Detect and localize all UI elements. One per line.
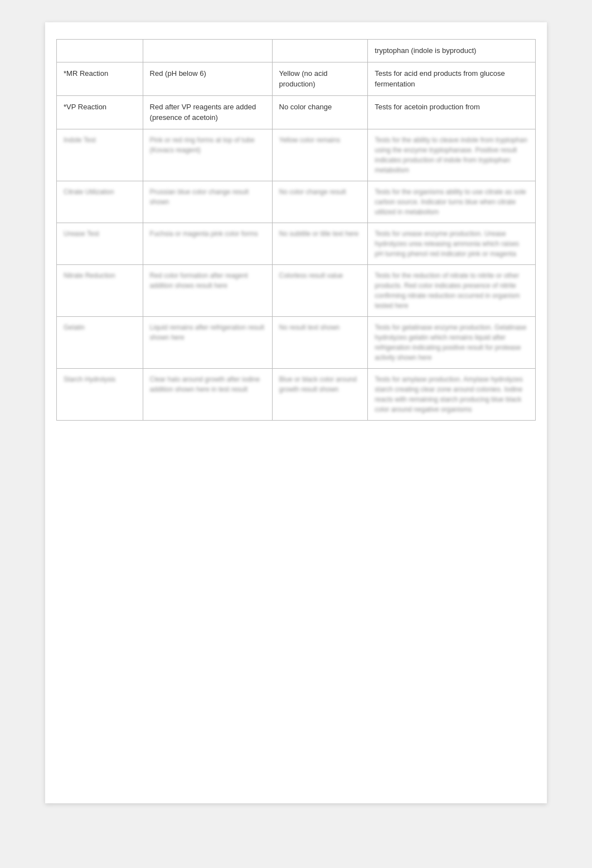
blurred-col3-3: No subtitle or title text here [279,229,361,239]
blurred-col2-2: Prussian blue color change result shown [150,187,265,207]
vp-label: *VP Reaction [64,103,106,111]
blurred-col4-3: Tests for urease enzyme production. Urea… [375,229,528,259]
table-row-mr: *MR Reaction Red (pH below 6) Yellow (no… [57,62,536,95]
cell-b5-col2: Liquid remains after refrigeration resul… [143,316,272,368]
cell-mr-col2: Red (pH below 6) [143,62,272,95]
cell-b1-col1: Indole Test [57,129,143,181]
blurred-col3-6: Blue or black color around growth result… [279,374,361,394]
cell-vp-col2: Red after VP reagents are added (presenc… [143,95,272,129]
cell-b2-col4: Tests for the organisms ability to use c… [368,181,536,223]
blurred-col4-5: Tests for gelatinase enzyme production. … [375,322,528,363]
blurred-label-4: Nitrate Reduction [64,271,136,281]
mr-label: *MR Reaction [64,69,108,78]
vp-negative: No color change [279,103,332,111]
vp-description: Tests for acetoin production from [375,103,480,111]
cell-b2-col3: No color change result [272,181,368,223]
blurred-col4-1: Tests for the ability to cleave indole f… [375,135,528,175]
blurred-col3-4: Colorless result value [279,271,361,281]
blurred-col3-5: No result text shown [279,322,361,332]
cell-row1-col1 [57,40,143,62]
cell-row1-col2 [143,40,272,62]
cell-b5-col1: Gelatin [57,316,143,368]
cell-b3-col1: Urease Test [57,223,143,264]
cell-b5-col4: Tests for gelatinase enzyme production. … [368,316,536,368]
cell-b3-col2: Fuchsia or magenta pink color forms [143,223,272,264]
cell-b6-col3: Blue or black color around growth result… [272,368,368,420]
tryptophan-text: tryptophan (indole is byproduct) [375,46,476,55]
blurred-col3-2: No color change result [279,187,361,197]
table-row-vp: *VP Reaction Red after VP reagents are a… [57,95,536,129]
mr-description: Tests for acid end products from glucose… [375,69,504,89]
page: tryptophan (indole is byproduct) *MR Rea… [45,22,547,803]
cell-b4-col3: Colorless result value [272,264,368,316]
cell-mr-col3: Yellow (no acid production) [272,62,368,95]
blurred-col4-6: Tests for amylase production. Amylase hy… [375,374,528,414]
cell-b3-col4: Tests for urease enzyme production. Urea… [368,223,536,264]
cell-b1-col4: Tests for the ability to cleave indole f… [368,129,536,181]
table-row: Gelatin Liquid remains after refrigerati… [57,316,536,368]
vp-positive: Red after VP reagents are added (presenc… [150,103,256,122]
cell-row1-col4: tryptophan (indole is byproduct) [368,40,536,62]
cell-b6-col2: Clear halo around growth after iodine ad… [143,368,272,420]
blurred-label-1: Indole Test [64,135,136,145]
blurred-label-3: Urease Test [64,229,136,239]
blurred-label-5: Gelatin [64,322,136,332]
cell-mr-col1: *MR Reaction [57,62,143,95]
cell-row1-col3 [272,40,368,62]
blurred-col2-6: Clear halo around growth after iodine ad… [150,374,265,394]
cell-b6-col4: Tests for amylase production. Amylase hy… [368,368,536,420]
blurred-col3-1: Yellow color remains [279,135,361,145]
blurred-col4-4: Tests for the reduction of nitrate to ni… [375,271,528,311]
blurred-label-2: Citrate Utilization [64,187,136,197]
cell-b1-col2: Pink or red ring forms at top of tube (K… [143,129,272,181]
mr-negative: Yellow (no acid production) [279,69,328,89]
table-row: Starch Hydrolysis Clear halo around grow… [57,368,536,420]
blurred-col2-1: Pink or red ring forms at top of tube (K… [150,135,265,155]
cell-b6-col1: Starch Hydrolysis [57,368,143,420]
cell-b2-col1: Citrate Utilization [57,181,143,223]
table-row: Citrate Utilization Prussian blue color … [57,181,536,223]
cell-b1-col3: Yellow color remains [272,129,368,181]
cell-b4-col2: Red color formation after reagent additi… [143,264,272,316]
blurred-label-6: Starch Hydrolysis [64,374,136,384]
cell-b4-col1: Nitrate Reduction [57,264,143,316]
blurred-col2-3: Fuchsia or magenta pink color forms [150,229,265,239]
cell-b4-col4: Tests for the reduction of nitrate to ni… [368,264,536,316]
blurred-col4-2: Tests for the organisms ability to use c… [375,187,528,217]
cell-b2-col2: Prussian blue color change result shown [143,181,272,223]
blurred-col2-4: Red color formation after reagent additi… [150,271,265,291]
table-row: Urease Test Fuchsia or magenta pink colo… [57,223,536,264]
blurred-col2-5: Liquid remains after refrigeration resul… [150,322,265,343]
main-table: tryptophan (indole is byproduct) *MR Rea… [56,39,536,421]
table-row: Nitrate Reduction Red color formation af… [57,264,536,316]
mr-positive: Red (pH below 6) [150,69,206,78]
cell-vp-col1: *VP Reaction [57,95,143,129]
cell-b3-col3: No subtitle or title text here [272,223,368,264]
cell-mr-col4: Tests for acid end products from glucose… [368,62,536,95]
cell-b5-col3: No result text shown [272,316,368,368]
cell-vp-col4: Tests for acetoin production from [368,95,536,129]
cell-vp-col3: No color change [272,95,368,129]
table-row: Indole Test Pink or red ring forms at to… [57,129,536,181]
table-row: tryptophan (indole is byproduct) [57,40,536,62]
